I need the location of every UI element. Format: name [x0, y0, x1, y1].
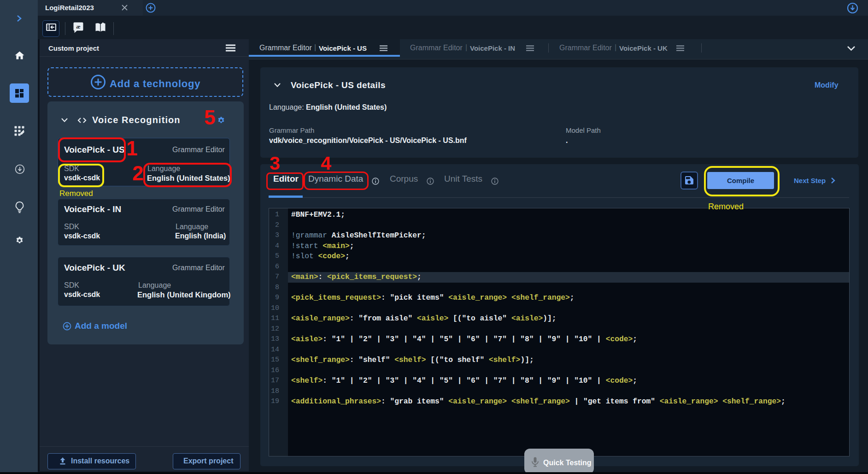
svg-text:æ: æ — [76, 23, 80, 30]
